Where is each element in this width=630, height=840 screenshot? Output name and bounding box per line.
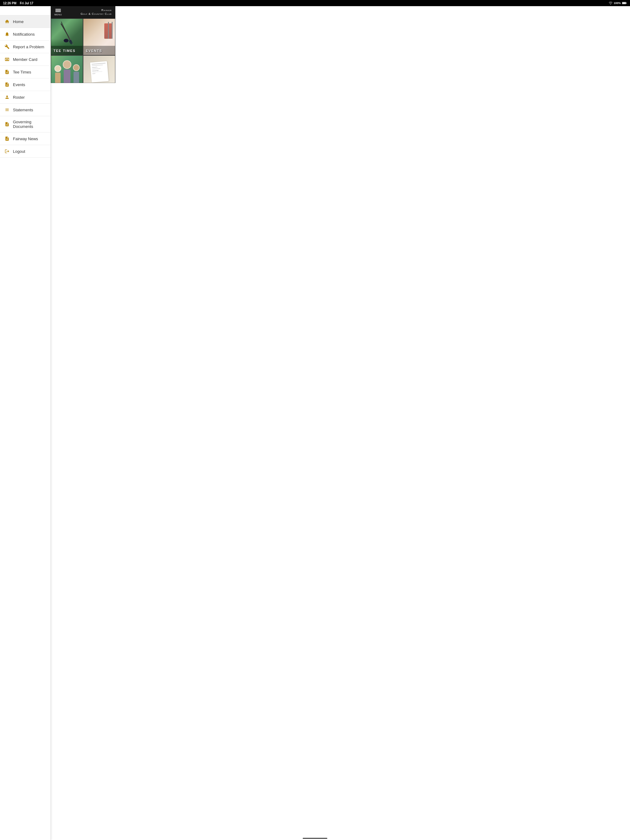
tile-events[interactable]: EVENTS [83, 19, 116, 55]
sidebar: Home Notifications Report a Problem [0, 6, 51, 154]
menu-line-2 [55, 10, 61, 11]
svg-rect-3 [61, 22, 70, 41]
sidebar-item-events[interactable]: Events [0, 78, 51, 91]
tile-statements[interactable]: Amount Pl... Amount Paid $0.00 STATEM... [83, 55, 116, 83]
governing-docs-icon [4, 122, 10, 127]
sidebar-item-logout[interactable]: Logout [0, 145, 51, 154]
sidebar-item-report[interactable]: Report a Problem [0, 41, 51, 53]
sidebar-tee-times-label: Tee Times [13, 70, 31, 74]
events-decor-fork [108, 22, 109, 39]
status-time: 12:26 PM [3, 2, 16, 5]
sidebar-events-label: Events [13, 82, 25, 87]
sidebar-item-tee-times[interactable]: Tee Times [0, 66, 51, 78]
logout-icon [4, 148, 10, 154]
home-icon [4, 19, 10, 24]
club-name-line1: Rainier [81, 9, 112, 12]
tile-tee-times[interactable]: TEE TIMES [51, 19, 83, 55]
club-name-line2: Golf & Country Club [81, 12, 112, 16]
sidebar-item-governing-docs[interactable]: Governing Documents [0, 116, 51, 133]
tile-grid: TEE TIMES EVENTS [51, 19, 116, 83]
sidebar-roster-label: Roster [13, 95, 25, 99]
bottom-white-area [51, 83, 116, 148]
sidebar-item-notifications[interactable]: Notifications [0, 28, 51, 41]
events-doc-icon [4, 82, 10, 87]
events-label: EVENTS [86, 49, 102, 52]
app-container: Home Notifications Report a Problem [0, 0, 116, 154]
tile-roster[interactable]: ROSTER [51, 55, 83, 83]
sidebar-home-label: Home [13, 19, 24, 24]
menu-button[interactable]: MENU [54, 9, 62, 16]
tee-times-overlay: TEE TIMES [51, 46, 83, 55]
menu-lines [55, 9, 61, 12]
sidebar-fairway-news-label: Fairway News [13, 136, 38, 141]
statements-list-icon [4, 107, 10, 112]
roster-person-icon [4, 95, 10, 100]
person-1 [54, 65, 61, 83]
tee-times-doc-icon [4, 69, 10, 75]
statements-overlay: STATEM... [83, 83, 115, 83]
status-date: Fri Jul 17 [20, 2, 33, 5]
club-name: Rainier Golf & Country Club [81, 9, 112, 16]
person-3 [73, 64, 80, 83]
sidebar-item-fairway-news[interactable]: Fairway News [0, 133, 51, 145]
sidebar-report-label: Report a Problem [13, 44, 44, 49]
sidebar-logout-label: Logout [13, 149, 25, 154]
card-icon [4, 57, 10, 62]
top-nav: MENU Rainier Golf & Country Club [51, 6, 116, 19]
menu-line-1 [55, 9, 61, 9]
events-overlay: EVENTS [83, 46, 115, 55]
menu-label: MENU [54, 14, 62, 16]
sidebar-item-roster[interactable]: Roster [0, 91, 51, 104]
menu-line-3 [55, 11, 61, 12]
events-decor-knife [112, 22, 112, 39]
roster-people [54, 60, 80, 83]
sidebar-logo-area [0, 6, 51, 15]
statement-paper: Amount Pl... Amount Paid $0.00 [90, 61, 108, 83]
main-content: MENU Rainier Golf & Country Club TEE TIM… [51, 6, 116, 148]
sidebar-governing-docs-label: Governing Documents [13, 120, 46, 129]
sidebar-member-card-label: Member Card [13, 57, 37, 62]
person-2 [63, 60, 71, 83]
sidebar-item-statements[interactable]: Statements [0, 104, 51, 116]
tee-times-label: TEE TIMES [54, 49, 76, 52]
sidebar-item-member-card[interactable]: Member Card [0, 53, 51, 66]
bell-icon [4, 32, 10, 37]
status-bar: 12:26 PM Fri Jul 17 100% [0, 0, 116, 6]
wrench-icon [4, 44, 10, 49]
sidebar-notifications-label: Notifications [13, 32, 35, 36]
sidebar-item-home[interactable]: Home [0, 15, 51, 28]
fairway-news-icon [4, 136, 10, 141]
roster-overlay: ROSTER [51, 83, 83, 83]
sidebar-statements-label: Statements [13, 107, 33, 112]
status-time-date: 12:26 PM Fri Jul 17 [3, 2, 33, 5]
